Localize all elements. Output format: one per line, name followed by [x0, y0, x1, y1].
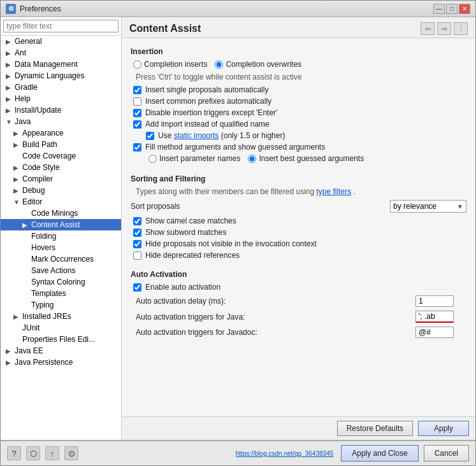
- sidebar-item-label: Build Path: [22, 140, 57, 149]
- show-subword-checkbox[interactable]: [133, 229, 141, 237]
- arrow-icon: [6, 50, 12, 57]
- fill-method-label[interactable]: Fill method arguments and show guessed a…: [145, 143, 325, 152]
- maximize-button[interactable]: □: [446, 4, 458, 14]
- completion-overwrites-label[interactable]: Completion overwrites: [226, 60, 301, 69]
- completion-overwrites-radio[interactable]: [215, 60, 223, 69]
- disable-triggers-checkbox[interactable]: [133, 109, 141, 117]
- insert-single-label[interactable]: Insert single proposals automatically: [145, 85, 268, 94]
- hide-not-visible-row: Hide proposals not visible in the invoca…: [131, 239, 466, 248]
- cancel-button[interactable]: Cancel: [424, 445, 469, 462]
- sidebar-item-code-style[interactable]: Code Style: [1, 162, 121, 173]
- enable-auto-label[interactable]: Enable auto activation: [145, 283, 220, 292]
- sidebar-item-dynamic-languages[interactable]: Dynamic Languages: [1, 70, 121, 81]
- sidebar-item-mark-occurrences[interactable]: Mark Occurrences: [1, 253, 121, 265]
- parameter-mode-group: Insert parameter names Insert best guess…: [131, 154, 466, 163]
- sort-proposals-dropdown[interactable]: by relevance ▼: [390, 200, 466, 213]
- sidebar-item-folding[interactable]: Folding: [1, 230, 121, 242]
- sidebar-item-label: Code Minings: [31, 209, 78, 218]
- sidebar-item-java-ee[interactable]: Java EE: [1, 345, 121, 357]
- delay-input[interactable]: [415, 295, 454, 307]
- insert-common-checkbox[interactable]: [133, 97, 141, 106]
- completion-inserts-radio[interactable]: [133, 60, 141, 69]
- sidebar-item-editor[interactable]: Editor: [1, 196, 121, 208]
- sidebar-item-label: General: [15, 37, 42, 46]
- export-icon[interactable]: ⬡: [26, 446, 40, 460]
- sidebar-item-gradle[interactable]: Gradle: [1, 81, 121, 93]
- add-import-checkbox[interactable]: [133, 120, 141, 129]
- insert-param-radio[interactable]: [148, 155, 157, 163]
- insert-common-label[interactable]: Insert common prefixes automatically: [145, 97, 271, 106]
- sidebar-item-java[interactable]: Java: [1, 116, 121, 127]
- sidebar-item-properties-files-editor[interactable]: Properties Files Edi...: [1, 334, 121, 345]
- show-camel-label[interactable]: Show camel case matches: [145, 216, 236, 225]
- sidebar-item-label: Java EE: [15, 346, 43, 355]
- insert-best-label[interactable]: Insert best guessed arguments: [259, 154, 364, 163]
- sidebar-item-content-assist[interactable]: Content Assist: [1, 219, 121, 230]
- sidebar-item-install-update[interactable]: Install/Update: [1, 104, 121, 116]
- panel-body: Insertion Completion inserts Completion …: [122, 38, 475, 416]
- apply-and-close-button[interactable]: Apply and Close: [341, 445, 418, 462]
- add-import-label[interactable]: Add import instead of qualified name: [145, 120, 270, 129]
- close-button[interactable]: ✕: [459, 4, 470, 14]
- sidebar-item-templates[interactable]: Templates: [1, 288, 121, 299]
- nav-back-button[interactable]: ⇦: [421, 22, 435, 35]
- sidebar-item-general[interactable]: General: [1, 36, 121, 47]
- sidebar-item-appearance[interactable]: Appearance: [1, 127, 121, 139]
- sidebar-item-typing[interactable]: Typing: [1, 299, 121, 311]
- window-title: Preferences: [20, 4, 61, 13]
- hide-deprecated-label[interactable]: Hide deprecated references: [145, 251, 240, 260]
- sidebar-item-junit[interactable]: JUnit: [1, 322, 121, 334]
- fill-method-checkbox[interactable]: [133, 143, 141, 152]
- hide-deprecated-checkbox[interactable]: [133, 251, 141, 260]
- hide-not-visible-checkbox[interactable]: [133, 240, 141, 248]
- enable-auto-checkbox[interactable]: [133, 283, 141, 292]
- sidebar-item-save-actions[interactable]: Save Actions: [1, 265, 121, 276]
- search-input[interactable]: [3, 20, 119, 32]
- sidebar-item-build-path[interactable]: Build Path: [1, 139, 121, 150]
- sidebar-item-java-persistence[interactable]: Java Persistence: [1, 357, 121, 368]
- use-static-imports-checkbox[interactable]: [146, 132, 154, 140]
- help-icon[interactable]: ?: [7, 446, 21, 460]
- watermark-link[interactable]: https://blog.csdn.net/qq_36438345: [236, 450, 336, 457]
- sidebar-item-debug[interactable]: Debug: [1, 185, 121, 196]
- hide-not-visible-label[interactable]: Hide proposals not visible in the invoca…: [145, 239, 317, 248]
- restore-defaults-button[interactable]: Restore Defaults: [337, 421, 413, 436]
- static-imports-link[interactable]: static imports: [174, 131, 219, 140]
- revert-icon[interactable]: ⊙: [64, 446, 78, 460]
- insert-single-checkbox[interactable]: [133, 86, 141, 94]
- sidebar-item-label: Editor: [22, 197, 42, 206]
- show-camel-checkbox[interactable]: [133, 217, 141, 225]
- panel-header: Content Assist ⇦ ⇨ ⋮: [122, 17, 475, 38]
- sidebar-item-code-minings[interactable]: Code Minings: [1, 208, 121, 219]
- sidebar-item-label: Debug: [22, 186, 45, 195]
- sidebar-item-installed-jres[interactable]: Installed JREs: [1, 311, 121, 322]
- show-subword-label[interactable]: Show subword matches: [145, 228, 226, 237]
- sorting-info-prefix: Types along with their members can be fi…: [136, 187, 314, 196]
- use-static-imports-label[interactable]: Use static imports (only 1.5 or higher): [158, 131, 285, 140]
- sidebar-item-help[interactable]: Help: [1, 93, 121, 104]
- arrow-icon: [6, 73, 12, 80]
- import-icon[interactable]: ↑: [45, 446, 59, 460]
- sidebar-item-data-management[interactable]: Data Management: [1, 59, 121, 70]
- enable-auto-row: Enable auto activation: [131, 283, 466, 292]
- insert-best-radio[interactable]: [248, 155, 256, 163]
- sidebar-item-syntax-coloring[interactable]: Syntax Coloring: [1, 276, 121, 288]
- sidebar-item-compiler[interactable]: Compiler: [1, 173, 121, 185]
- javadoc-triggers-input[interactable]: [415, 327, 454, 338]
- type-filters-link[interactable]: type filters: [317, 187, 352, 196]
- completion-inserts-label[interactable]: Completion inserts: [144, 60, 207, 69]
- apply-button[interactable]: Apply: [418, 421, 469, 436]
- footer-right: https://blog.csdn.net/qq_36438345 Apply …: [236, 445, 469, 462]
- sidebar-item-hovers[interactable]: Hovers: [1, 242, 121, 253]
- insert-param-label[interactable]: Insert parameter names: [159, 154, 240, 163]
- java-triggers-input[interactable]: [415, 311, 454, 323]
- nav-forward-button[interactable]: ⇨: [437, 22, 451, 35]
- insert-param-option: Insert parameter names: [148, 154, 240, 163]
- minimize-button[interactable]: —: [433, 4, 445, 14]
- nav-menu-button[interactable]: ⋮: [454, 22, 468, 35]
- sidebar-item-ant[interactable]: Ant: [1, 47, 121, 59]
- sidebar-item-code-coverage[interactable]: Code Coverage: [1, 150, 121, 162]
- completion-overwrites-option: Completion overwrites: [215, 60, 301, 69]
- disable-triggers-label[interactable]: Disable insertion triggers except 'Enter…: [145, 108, 277, 117]
- sort-proposals-label: Sort proposals: [131, 202, 180, 211]
